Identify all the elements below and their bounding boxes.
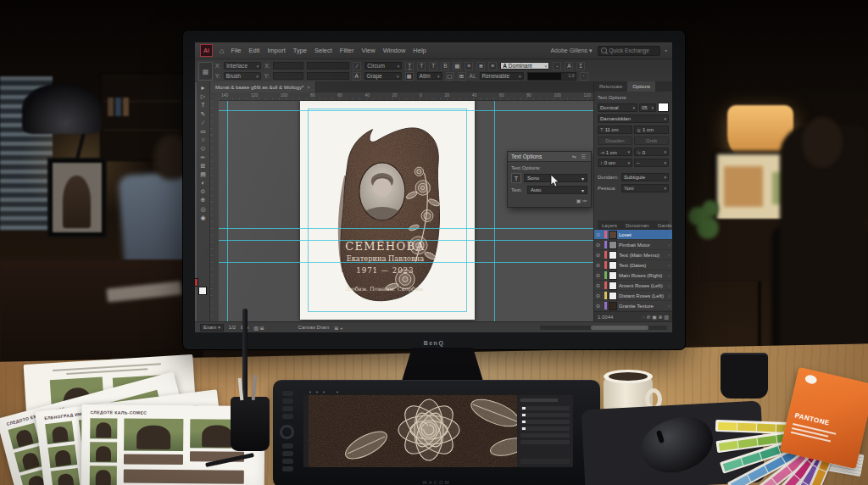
status-icons-right[interactable]: ⊞ + [334, 325, 342, 331]
stroke-mode-select[interactable]: Renewable▾ [480, 72, 524, 80]
y-input[interactable] [273, 72, 303, 80]
dundam-select[interactable]: Subtigule▾ [621, 173, 669, 181]
frame-icon[interactable]: ▢ [446, 72, 454, 81]
workspace-switcher[interactable]: Adobe Gillens ▾ [550, 47, 592, 54]
panel-tab[interactable]: Garden [654, 220, 672, 230]
pattern-icon[interactable]: ▦ [405, 72, 414, 81]
layer-target-icon[interactable]: ○ [668, 273, 670, 278]
gradient-tool-icon[interactable]: ◐ [201, 180, 204, 187]
layer-target-icon[interactable]: ○ [668, 293, 670, 298]
leading-field[interactable]: ≋1 cm [634, 125, 669, 134]
visibility-eye-icon[interactable]: ⊙ [596, 231, 603, 237]
layer-row[interactable]: ⊙ Distant Roses (Left) ○ [594, 291, 672, 301]
bold-icon[interactable]: B [441, 62, 449, 70]
stroke-swatch[interactable] [195, 278, 198, 287]
artboard[interactable]: СЕМЁНОВА Екатерина Павловна 1971 — 2023 … [300, 101, 475, 320]
font-select[interactable]: A Dominant▾ [500, 62, 549, 70]
fill-swatch[interactable] [198, 287, 207, 295]
menu-item[interactable]: Help [413, 47, 426, 54]
tab-options[interactable]: Options [627, 81, 655, 92]
ellipse-tool-icon[interactable]: ○ [201, 137, 204, 143]
artboard-tool-icon[interactable]: ▤ [200, 171, 206, 178]
panel-menu-icons[interactable]: ⇆ ☰ [572, 153, 587, 159]
type-tool-icon[interactable]: T [201, 102, 204, 109]
char-a-icon[interactable]: A [565, 62, 573, 70]
collapse-icon[interactable]: ▪ [665, 47, 667, 53]
dock-font-select[interactable]: Domical▾ [598, 103, 637, 112]
home-icon[interactable]: ⌂ [220, 47, 224, 55]
layer-target-icon[interactable]: ○ [668, 242, 670, 248]
visibility-eye-icon[interactable]: ⊙ [596, 272, 603, 278]
color-swatch[interactable] [658, 103, 669, 112]
menu-item[interactable]: Window [383, 47, 406, 54]
mode-a-select[interactable]: Circum▾ [364, 62, 402, 70]
search-input[interactable]: Quick Exchange [598, 46, 660, 56]
move-tool-icon[interactable]: ► [200, 85, 206, 92]
align-left-icon[interactable]: ≡ [465, 62, 473, 70]
x-input[interactable] [273, 62, 303, 70]
scale-select[interactable]: –▾ [634, 159, 669, 167]
layer-row[interactable]: ⊙ Lovet ○ [594, 230, 672, 240]
visibility-eye-icon[interactable]: ⊙ [596, 282, 603, 288]
menu-item[interactable]: Select [314, 47, 332, 54]
visibility-eye-icon[interactable]: ⊙ [596, 303, 603, 309]
close-tab-icon[interactable]: × [307, 85, 310, 90]
hand-tool-icon[interactable]: ⊕ [201, 197, 206, 203]
visibility-eye-icon[interactable]: ⊙ [596, 293, 603, 298]
menu-item[interactable]: Type [293, 47, 307, 54]
zoom-tool-icon[interactable]: ◎ [200, 206, 205, 213]
value-input-1[interactable] [307, 62, 349, 70]
layer-target-icon[interactable]: ○ [668, 253, 670, 258]
grid-icon[interactable]: ▦ [453, 62, 461, 70]
panel-tab[interactable]: Donutman [621, 220, 654, 230]
tab-retoncate[interactable]: Retoncate [594, 81, 627, 92]
underline-type-icon[interactable]: T̲ [405, 62, 414, 70]
line-tool-icon[interactable]: ∕ [203, 120, 203, 126]
align-mode-select[interactable]: Atlm▾ [417, 72, 442, 80]
sigma-icon[interactable]: Σ [576, 62, 585, 70]
layer-row[interactable]: ⊙ Text (Main Memo) ○ [594, 250, 672, 260]
shape-tool-icon[interactable]: ◇ [201, 145, 205, 152]
kerning-select[interactable]: ∿ 0▾ [634, 148, 669, 156]
visibility-eye-icon[interactable]: ⊙ [596, 252, 603, 258]
more-options-icon[interactable]: · [580, 72, 588, 81]
menu-item[interactable]: File [231, 47, 241, 54]
memorial-design-svg[interactable]: СЕМЁНОВА Екатерина Павловна 1971 — 2023 … [312, 105, 463, 315]
dock-footer-icons[interactable]: ◌ ⊘ ▣ ⊕ ▥ [642, 314, 669, 320]
layer-row[interactable]: ⊙ Main Roses (Right) ○ [594, 270, 672, 281]
layer-row[interactable]: ⊙ Ament Roses (Left) ○ [594, 281, 672, 291]
document-tab[interactable]: Monat & baase g66t as &ull & Wollogy*× [210, 81, 316, 92]
layer-row[interactable]: ⊙ Text (Dates) ○ [594, 260, 672, 270]
layer-target-icon[interactable]: ○ [668, 232, 670, 237]
grub-button[interactable]: Grub [634, 137, 669, 145]
eyedropper-tool-icon[interactable]: ⊙ [201, 188, 206, 195]
menu-item[interactable]: Filter [340, 47, 354, 54]
panel-tab[interactable]: Layers [598, 220, 621, 230]
slash-icon[interactable]: ∕ [353, 62, 361, 70]
shift-select[interactable]: ↕ 0 um▾ [598, 159, 632, 167]
type-small-icon[interactable]: T [417, 62, 426, 70]
tracking-select[interactable]: ⇥ 1 cm▾ [598, 148, 632, 156]
menu-item[interactable]: View [362, 47, 376, 54]
layer-target-icon[interactable]: ○ [668, 304, 670, 309]
dioaden-button[interactable]: Dioaden [598, 137, 632, 145]
stroke-width-bar[interactable]: 1.0 [527, 72, 576, 81]
visibility-eye-icon[interactable]: ⊙ [596, 242, 603, 248]
pessoa-select[interactable]: Yoni▾ [621, 184, 669, 192]
text-options-panel[interactable]: Text Options ⇆ ☰ Text Options: T Sono▾ T… [507, 151, 592, 208]
anchor-a-icon[interactable]: A [353, 72, 361, 81]
mesh-tool-icon[interactable]: ⊞ [201, 163, 206, 170]
preset-y-select[interactable]: Brush▾ [224, 72, 261, 80]
mode-b-select[interactable]: Grape▾ [364, 72, 402, 80]
layer-target-icon[interactable]: ○ [668, 283, 670, 288]
pencil-tool-icon[interactable]: ✏ [201, 154, 206, 161]
link-icon[interactable]: - [553, 62, 561, 70]
layer-row[interactable]: ⊙ Pimbait Motor ○ [594, 240, 672, 250]
rectangle-tool-icon[interactable]: ▭ [200, 128, 206, 135]
type-caps-icon[interactable]: T [429, 62, 437, 70]
visibility-eye-icon[interactable]: ⊙ [596, 262, 603, 268]
status-icons-left[interactable]: ▥ ⊞ [253, 325, 264, 331]
layer-row[interactable]: ⊙ Granite Texture ○ [594, 301, 672, 311]
align-center-icon[interactable]: ≣ [476, 62, 485, 70]
size-field[interactable]: T11 cm [598, 125, 632, 134]
